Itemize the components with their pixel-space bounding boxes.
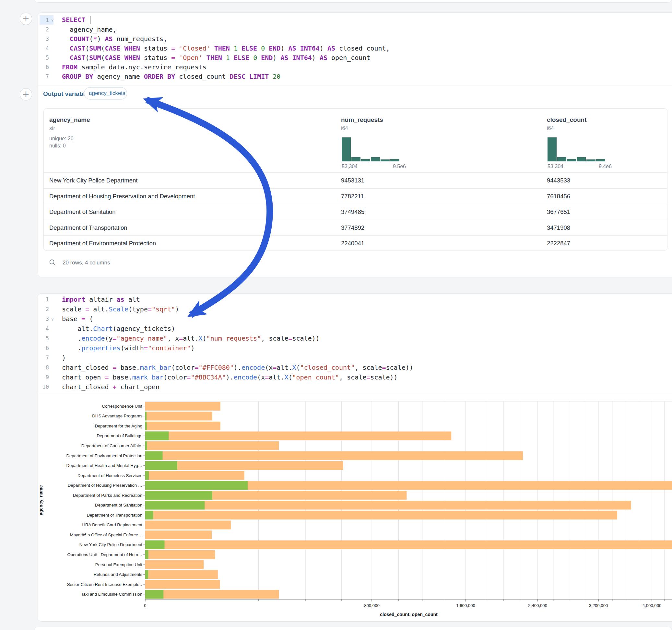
table-cell: 9453131: [341, 177, 364, 184]
x-axis-tick-label: 800,000: [364, 603, 380, 608]
y-axis-label: DHS Advantage Programs: [92, 413, 142, 418]
column-header-agency_name[interactable]: agency_name: [49, 116, 90, 123]
y-axis-label: Department of Housing Preservation …: [68, 483, 142, 488]
python-line[interactable]: 1import altair as alt: [38, 295, 672, 304]
line-number: 10: [38, 384, 49, 390]
sql-line[interactable]: 3 COUNT(*) AS num_requests,: [38, 34, 672, 43]
table-cell: 7618456: [547, 193, 570, 200]
line-number: 8: [38, 364, 49, 371]
y-axis-label: Department of Consumer Affairs: [81, 443, 143, 448]
table-cell: 3677651: [547, 209, 570, 216]
bar-open-count[interactable]: [145, 491, 212, 500]
python-line[interactable]: 5 .encode(y="agency_name", x=alt.X("num_…: [38, 334, 672, 343]
column-histogram: [548, 136, 613, 162]
bar-open-count[interactable]: [145, 550, 148, 559]
python-line[interactable]: 6 .properties(width="container"): [38, 343, 672, 353]
bar-closed-count[interactable]: [145, 412, 212, 420]
table-cell: Department of Sanitation: [49, 209, 116, 216]
row-divider: [44, 172, 667, 173]
bar-open-count[interactable]: [145, 471, 149, 480]
bar-closed-count[interactable]: [145, 452, 523, 460]
y-axis-label: Department of Buildings: [97, 433, 142, 438]
python-line[interactable]: 8chart_closed = base.mark_bar(color="#FF…: [38, 363, 672, 372]
altair-bar-chart: Correspondence UnitDHS Advantage Program…: [38, 392, 672, 619]
bar-open-count[interactable]: [145, 590, 163, 599]
y-axis-label: Senior Citizen Rent Increase Exempti…: [67, 582, 142, 587]
python-line[interactable]: 2scale = alt.Scale(type="sqrt"): [38, 304, 672, 314]
python-line[interactable]: 3∨base = (: [38, 314, 672, 324]
sql-line[interactable]: 6FROM sample_data.nyc.service_requests: [38, 62, 672, 72]
fold-chevron-icon[interactable]: ∨: [49, 18, 56, 22]
bar-open-count[interactable]: [145, 511, 153, 519]
bar-open-count[interactable]: [145, 431, 169, 440]
row-divider: [44, 220, 667, 220]
output-variable-pill[interactable]: agency_tickets: [84, 87, 127, 99]
column-header-num_requests[interactable]: num_requests: [341, 116, 383, 123]
y-axis-label: Department for the Aging: [95, 423, 142, 429]
bar-closed-count[interactable]: [145, 540, 672, 549]
search-icon[interactable]: [49, 259, 56, 266]
bar-open-count[interactable]: [145, 412, 146, 420]
y-axis-label: New York City Police Department: [79, 542, 143, 547]
bar-open-count[interactable]: [145, 452, 163, 460]
y-axis-label: Department of Parks and Recreation: [73, 493, 142, 498]
bar-closed-count[interactable]: [145, 471, 244, 480]
fold-chevron-icon[interactable]: ∨: [49, 317, 56, 321]
line-number: 2: [38, 26, 49, 33]
bar-open-count[interactable]: [145, 461, 177, 470]
add-cell-button-output[interactable]: +: [20, 88, 32, 100]
bar-open-count[interactable]: [145, 540, 165, 549]
line-number: 2: [38, 306, 49, 312]
column-header-closed_count[interactable]: closed_count: [547, 116, 586, 123]
sql-line[interactable]: 2 agency_name,: [38, 25, 672, 34]
y-axis-label: Refunds and Adjustments: [94, 572, 143, 577]
sql-line[interactable]: 5 CAST(SUM(CASE WHEN status = 'Open' THE…: [38, 53, 672, 62]
bar-closed-count[interactable]: [145, 431, 451, 440]
table-cell: 3471908: [547, 224, 570, 232]
bar-closed-count[interactable]: [145, 590, 279, 599]
bar-open-count[interactable]: [145, 441, 147, 450]
python-line[interactable]: 4 alt.Chart(agency_tickets): [38, 324, 672, 334]
bar-closed-count[interactable]: [145, 580, 220, 589]
bar-closed-count[interactable]: [145, 441, 279, 450]
code-text: COUNT(*) AS num_requests,: [56, 35, 167, 43]
sql-line[interactable]: 1∨SELECT: [38, 15, 672, 25]
bar-closed-count[interactable]: [145, 421, 220, 430]
bar-closed-count[interactable]: [145, 560, 203, 569]
line-number: 5: [38, 335, 49, 342]
cell-divider-2: [38, 392, 672, 392]
line-number: 3: [38, 35, 49, 42]
cell-divider: [38, 86, 672, 86]
column-type: str: [49, 125, 55, 131]
y-axis-title: agency_name: [38, 485, 44, 515]
bar-open-count[interactable]: [145, 501, 205, 509]
sql-line[interactable]: 4 CAST(SUM(CASE WHEN status = 'Closed' T…: [38, 43, 672, 53]
bar-closed-count[interactable]: [145, 550, 215, 559]
results-table: agency_namestrunique: 20nulls: 0num_requ…: [44, 108, 668, 251]
bar-closed-count[interactable]: [145, 501, 631, 509]
bar-closed-count[interactable]: [145, 531, 212, 539]
y-axis-label: Department of Sanitation: [95, 503, 142, 508]
column-stat: nulls: 0: [49, 143, 66, 149]
table-cell: New York City Police Department: [49, 177, 138, 184]
bar-closed-count[interactable]: [145, 511, 617, 519]
bar-closed-count[interactable]: [145, 402, 220, 411]
bar-open-count[interactable]: [145, 570, 148, 579]
line-number: 7: [38, 73, 49, 80]
table-row-count: 20 rows, 4 columns: [63, 260, 110, 266]
bar-closed-count[interactable]: [145, 520, 231, 529]
y-axis-label: HRA Benefit Card Replacement: [82, 523, 143, 527]
python-line[interactable]: 9chart_open = base.mark_bar(color="#8BC3…: [38, 372, 672, 382]
table-cell: Department of Transportation: [49, 224, 127, 232]
bar-open-count[interactable]: [145, 421, 147, 430]
bar-open-count[interactable]: [145, 481, 248, 490]
python-line[interactable]: 7): [38, 353, 672, 363]
python-line[interactable]: 10chart_closed + chart_open: [38, 382, 672, 392]
sql-line[interactable]: 7GROUP BY agency_name ORDER BY closed_co…: [38, 72, 672, 81]
table-cell: 2222847: [547, 240, 570, 247]
bar-closed-count[interactable]: [145, 570, 218, 579]
row-divider: [44, 188, 667, 189]
table-cell: 3774892: [341, 224, 364, 232]
add-cell-button-top[interactable]: +: [20, 13, 32, 25]
code-text: GROUP BY agency_name ORDER BY closed_cou…: [56, 73, 281, 80]
